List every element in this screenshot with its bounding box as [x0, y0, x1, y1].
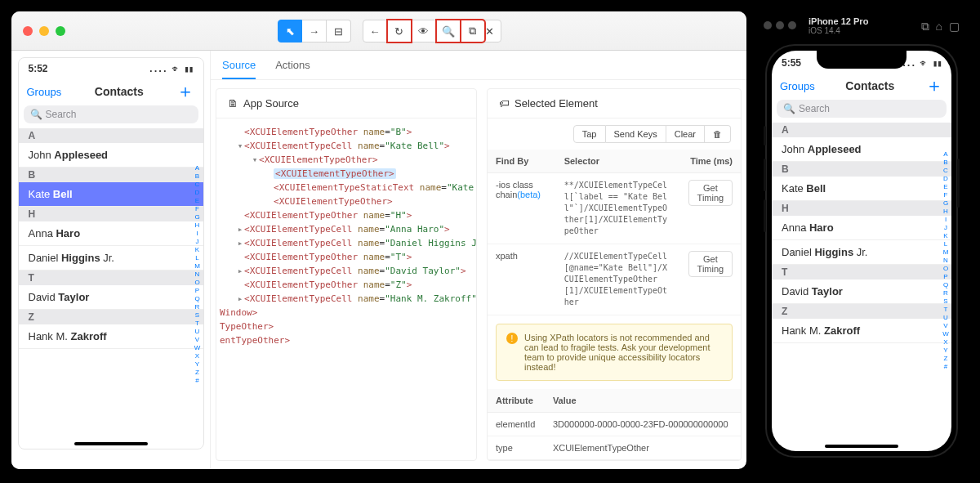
attr-key: elementId: [488, 413, 545, 436]
sim-index-strip[interactable]: ABCDEFGHIJKLMNOPQRSTUVWXYZ#: [942, 150, 950, 371]
contact-row[interactable]: John Appleseed: [19, 143, 203, 168]
swipe-button[interactable]: →: [302, 20, 327, 42]
contact-row[interactable]: Kate Bell: [772, 177, 951, 201]
selected-element-panel: 🏷Selected Element Tap Send Keys Clear 🗑 …: [487, 88, 742, 461]
search-element-button[interactable]: 🔍: [436, 20, 461, 42]
col-time: Time (ms): [680, 150, 741, 173]
device-preview: 5:52 .... ᯤ ▮▮ Groups Contacts ＋ 🔍 Searc…: [11, 51, 211, 469]
attr-val: 3D000000-0000-0000-23FD-000000000000: [545, 413, 741, 436]
selector-cell: //XCUIElementTypeCell[@name="Kate Bell"]…: [556, 244, 680, 315]
tree-node[interactable]: <XCUIElementTypeStaticText name="Kate Be…: [220, 181, 473, 195]
col-selector: Selector: [556, 150, 680, 173]
contact-row[interactable]: David Taylor: [19, 285, 203, 310]
col-value: Value: [545, 389, 741, 413]
send-keys-button[interactable]: Send Keys: [606, 125, 666, 143]
record-button[interactable]: 👁: [412, 20, 436, 42]
contact-row[interactable]: David Taylor: [772, 280, 951, 304]
search-input[interactable]: 🔍 Search: [24, 105, 198, 123]
findby-cell: xpath: [488, 244, 556, 315]
home-indicator: [74, 442, 148, 445]
tree-node[interactable]: <XCUIElementTypeOther name="Z">: [220, 278, 473, 292]
back-button[interactable]: ←: [363, 20, 387, 42]
contact-row[interactable]: Daniel Higgins Jr.: [19, 246, 203, 271]
titlebar: ⬉ → ⊟ ← ↻ 👁 🔍 ⧉ ✕: [11, 11, 746, 51]
section-header: Z: [772, 304, 951, 319]
app-source-title: App Source: [243, 97, 299, 110]
inspector-window: ⬉ → ⊟ ← ↻ 👁 🔍 ⧉ ✕ 5:52 .... ᯤ: [11, 11, 746, 469]
tree-node[interactable]: ▸<XCUIElementTypeCell name="Anna Haro">: [220, 222, 473, 236]
window-close-button[interactable]: [23, 26, 33, 36]
tree-node[interactable]: <XCUIElementTypeOther>: [220, 195, 473, 208]
contact-row[interactable]: Hank M. Zakroff: [19, 324, 203, 349]
sim-close[interactable]: [764, 21, 772, 29]
delete-button[interactable]: 🗑: [705, 125, 731, 143]
status-bar: 5:52 .... ᯤ ▮▮: [19, 58, 203, 79]
xpath-warning: ! Using XPath locators is not recommende…: [496, 324, 733, 381]
section-header: A: [19, 128, 203, 143]
contact-row[interactable]: Daniel Higgins Jr.: [772, 240, 951, 265]
attr-key: enabled: [488, 460, 545, 462]
window-maximize-button[interactable]: [56, 26, 65, 36]
tree-node[interactable]: ▸<XCUIElementTypeCell name="Daniel Higgi…: [220, 236, 473, 250]
tree-node[interactable]: ▾<XCUIElementTypeOther>: [220, 153, 473, 167]
tree-node[interactable]: <XCUIElementTypeOther>: [220, 167, 473, 181]
tab-source[interactable]: Source: [222, 59, 256, 79]
get-timing-button[interactable]: Get Timing: [688, 251, 733, 277]
tap-button[interactable]: Tap: [573, 125, 606, 143]
contact-row[interactable]: Anna Haro: [19, 221, 203, 246]
section-header: T: [19, 271, 203, 285]
sim-nav-groups[interactable]: Groups: [780, 80, 815, 92]
tree-node[interactable]: <XCUIElementTypeOther name="H">: [220, 208, 473, 222]
search-icon: 🔍: [783, 103, 795, 114]
rotate-icon[interactable]: ▢: [949, 20, 960, 34]
tree-node[interactable]: <XCUIElementTypeOther name="T">: [220, 250, 473, 264]
refresh-button[interactable]: ↻: [387, 20, 412, 42]
tag-icon: 🏷: [499, 97, 510, 110]
simulator-window: iPhone 12 Pro iOS 14.4 ⧉ ⌂ ▢ 5:55 .... ᯤ…: [755, 11, 968, 469]
window-minimize-button[interactable]: [39, 26, 49, 36]
findby-cell: -ios class chain(beta): [488, 173, 556, 244]
selected-element-title: Selected Element: [514, 97, 598, 110]
copy-xml-button[interactable]: ⧉: [461, 20, 485, 42]
home-icon[interactable]: ⌂: [936, 20, 942, 34]
tree-node[interactable]: ▾<XCUIElementTypeCell name="Kate Bell">: [220, 139, 473, 153]
tap-coords-button[interactable]: ⊟: [327, 20, 351, 42]
contact-row[interactable]: Hank M. Zakroff: [772, 319, 951, 343]
section-header: B: [772, 162, 951, 177]
contact-row[interactable]: Anna Haro: [772, 216, 951, 240]
tab-actions[interactable]: Actions: [275, 59, 310, 79]
status-icons: .... ᯤ ▮▮: [149, 64, 194, 74]
sim-home-indicator: [825, 445, 898, 448]
contact-row[interactable]: John Appleseed: [772, 137, 951, 162]
add-contact-button[interactable]: ＋: [176, 79, 194, 104]
sim-search-input[interactable]: 🔍 Search: [777, 100, 947, 118]
notch: [817, 51, 906, 69]
tree-node[interactable]: <XCUIElementTypeOther name="B">: [220, 125, 473, 139]
sim-device-name: iPhone 12 Pro: [808, 16, 868, 26]
screenshot-icon[interactable]: ⧉: [921, 20, 929, 34]
tree-closer: entTypeOther>: [220, 333, 473, 347]
search-icon: 🔍: [30, 109, 42, 120]
col-attribute: Attribute: [488, 389, 545, 413]
sim-max[interactable]: [788, 21, 796, 29]
app-source-panel: 🗎App Source <XCUIElementTypeOther name="…: [216, 88, 477, 461]
select-element-button[interactable]: ⬉: [278, 20, 302, 42]
section-header: Z: [19, 310, 203, 324]
file-icon: 🗎: [228, 97, 238, 110]
sim-status-time: 5:55: [782, 57, 801, 69]
attr-val: true: [545, 460, 741, 462]
get-timing-button[interactable]: Get Timing: [688, 180, 733, 206]
section-header: T: [772, 265, 951, 280]
attr-key: type: [488, 436, 545, 460]
clear-button[interactable]: Clear: [666, 125, 705, 143]
tree-node[interactable]: ▸<XCUIElementTypeCell name="Hank M. Zakr…: [220, 292, 473, 306]
contact-row[interactable]: Kate Bell: [19, 182, 203, 207]
selector-cell: **/XCUIElementTypeCell[`label == "Kate B…: [556, 173, 680, 244]
section-header: H: [19, 207, 203, 221]
tree-node[interactable]: ▸<XCUIElementTypeCell name="David Taylor…: [220, 264, 473, 278]
nav-groups-link[interactable]: Groups: [27, 86, 62, 98]
index-strip[interactable]: ABCDEFGHIJKLMNOPQRSTUVWXYZ#: [194, 164, 202, 385]
sim-os-version: iOS 14.4: [808, 26, 868, 36]
sim-add-button[interactable]: ＋: [925, 74, 943, 98]
sim-min[interactable]: [776, 21, 784, 29]
